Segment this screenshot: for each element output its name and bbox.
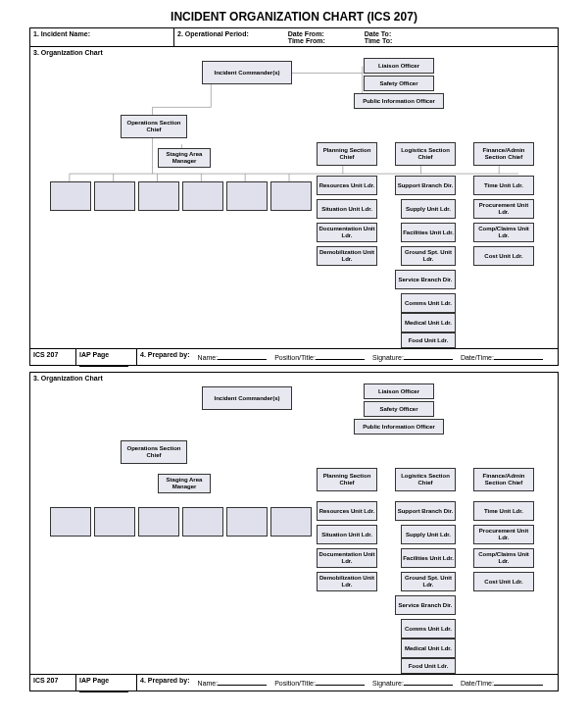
oper-label: 2. Operational Period: (177, 30, 249, 44)
box-supply: Supply Unit Ldr. (401, 199, 456, 219)
box-service-branch: Service Branch Dir. (395, 595, 456, 615)
time-to-label: Time To: (365, 37, 393, 44)
box-planning: Planning Section Chief (317, 468, 377, 491)
box-resources: Resources Unit Ldr. (317, 501, 377, 521)
box-ops-branch-2 (94, 181, 135, 211)
box-documentation: Documentation Unit Ldr. (317, 548, 377, 568)
box-ops-branch-6 (270, 181, 312, 211)
box-resources: Resources Unit Ldr. (317, 176, 377, 195)
box-finance: Finance/Admin Section Chief (473, 142, 534, 166)
box-pio: Public Information Officer (354, 419, 444, 435)
box-compclaims: Comp/Claims Unit Ldr. (473, 223, 534, 242)
chart-area-1: Incident Commander(s) Liaison Officer Sa… (30, 58, 558, 348)
prepared-by: 4. Prepared by: Name: Position/Title: Si… (137, 675, 558, 690)
form-1: 1. Incident Name: 2. Operational Period:… (29, 27, 559, 366)
box-incident-commander: Incident Commander(s) (202, 386, 292, 410)
box-medical: Medical Unit Ldr. (401, 639, 456, 658)
box-facilities: Facilities Unit Ldr. (401, 223, 456, 242)
box-ops-branch-5 (226, 507, 268, 537)
box-ops-branch-2 (94, 507, 135, 537)
box-demob: Demobilization Unit Ldr. (317, 246, 377, 266)
iap-label: IAP Page (76, 349, 137, 365)
box-pio: Public Information Officer (354, 93, 444, 109)
box-liaison: Liaison Officer (364, 58, 434, 74)
box-ops-branch-1 (50, 507, 91, 537)
box-food: Food Unit Ldr. (401, 332, 456, 348)
box-support-branch: Support Branch Dir. (395, 176, 456, 195)
box-facilities: Facilities Unit Ldr. (401, 548, 456, 568)
box-cost: Cost Unit Ldr. (473, 246, 534, 266)
header-row: 1. Incident Name: 2. Operational Period:… (30, 28, 558, 47)
form-2: 3. Organization Chart Incident Commander… (29, 372, 559, 691)
box-ops: Operations Section Chief (121, 440, 187, 464)
chart-label: 3. Organization Chart (30, 47, 558, 58)
box-ops-branch-4 (182, 507, 223, 537)
box-ops-branch-1 (50, 181, 91, 211)
box-ops-branch-5 (226, 181, 268, 211)
box-procurement: Procurement Unit Ldr. (473, 525, 534, 544)
box-time: Time Unit Ldr. (473, 501, 534, 521)
chart-label-2: 3. Organization Chart (30, 373, 558, 384)
iap-label: IAP Page (76, 675, 137, 690)
box-demob: Demobilization Unit Ldr. (317, 572, 377, 591)
box-ops: Operations Section Chief (121, 115, 187, 138)
box-ops-branch-3 (138, 181, 179, 211)
box-ops-branch-4 (182, 181, 223, 211)
box-comms: Comms Unit Ldr. (401, 293, 456, 313)
box-time: Time Unit Ldr. (473, 176, 534, 195)
footer-row: ICS 207 IAP Page 4. Prepared by: Name: P… (30, 348, 558, 365)
box-safety: Safety Officer (364, 76, 434, 91)
operational-period: 2. Operational Period: Date From:Time Fr… (174, 28, 558, 46)
box-comms: Comms Unit Ldr. (401, 619, 456, 639)
box-staging: Staging Area Manager (158, 474, 211, 493)
box-logistics: Logistics Section Chief (395, 142, 456, 166)
box-ground: Ground Spt. Unit Ldr. (401, 246, 456, 266)
box-service-branch: Service Branch Dir. (395, 270, 456, 289)
prepared-by: 4. Prepared by: Name: Position/Title: Si… (137, 349, 558, 365)
box-supply: Supply Unit Ldr. (401, 525, 456, 544)
box-food: Food Unit Ldr. (401, 658, 456, 674)
box-ops-branch-6 (270, 507, 312, 537)
box-compclaims: Comp/Claims Unit Ldr. (473, 548, 534, 568)
page-title: INCIDENT ORGANIZATION CHART (ICS 207) (29, 10, 559, 24)
date-to-label: Date To: (365, 30, 391, 37)
box-medical: Medical Unit Ldr. (401, 313, 456, 332)
chart-area-2: Incident Commander(s) Liaison Officer Sa… (30, 384, 558, 674)
footer-row-2: ICS 207 IAP Page 4. Prepared by: Name: P… (30, 674, 558, 690)
box-logistics: Logistics Section Chief (395, 468, 456, 491)
box-liaison: Liaison Officer (364, 384, 434, 399)
box-situation: Situation Unit Ldr. (317, 199, 377, 219)
box-documentation: Documentation Unit Ldr. (317, 223, 377, 242)
box-finance: Finance/Admin Section Chief (473, 468, 534, 491)
box-situation: Situation Unit Ldr. (317, 525, 377, 544)
box-cost: Cost Unit Ldr. (473, 572, 534, 591)
ics-label: ICS 207 (30, 349, 76, 365)
box-ground: Ground Spt. Unit Ldr. (401, 572, 456, 591)
incident-name-label: 1. Incident Name: (30, 28, 174, 46)
date-from-label: Date From: (288, 30, 324, 37)
box-procurement: Procurement Unit Ldr. (473, 199, 534, 219)
box-support-branch: Support Branch Dir. (395, 501, 456, 521)
box-ops-branch-3 (138, 507, 179, 537)
ics-label: ICS 207 (30, 675, 76, 690)
box-incident-commander: Incident Commander(s) (202, 61, 292, 84)
box-staging: Staging Area Manager (158, 148, 211, 168)
time-from-label: Time From: (288, 37, 325, 44)
box-safety: Safety Officer (364, 401, 434, 417)
box-planning: Planning Section Chief (317, 142, 377, 166)
